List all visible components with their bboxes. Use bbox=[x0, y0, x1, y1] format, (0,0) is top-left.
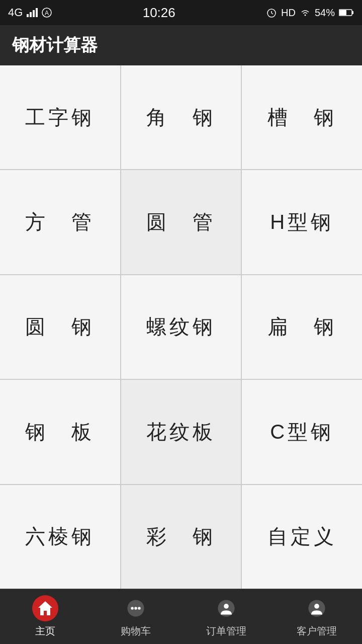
cart-svg bbox=[127, 599, 145, 617]
svg-rect-0 bbox=[27, 14, 29, 17]
hd-badge: HD bbox=[281, 7, 296, 19]
svg-point-17 bbox=[224, 604, 229, 609]
battery-text: 54% bbox=[315, 7, 335, 19]
grid-item-gongzi-gang[interactable]: 工字钢 bbox=[0, 65, 120, 169]
nav-customers[interactable]: 客户管理 bbox=[272, 595, 362, 638]
nav-customers-label: 客户管理 bbox=[297, 624, 337, 638]
customers-icon bbox=[304, 595, 330, 621]
material-grid: 工字钢角 钢槽 钢方 管圆 管H型钢圆 钢螺纹钢扁 钢钢 板花纹板C型钢六棱钢彩… bbox=[0, 65, 362, 589]
android-icon: A bbox=[42, 8, 52, 18]
nav-orders[interactable]: 订单管理 bbox=[181, 595, 272, 638]
app-title: 钢材计算器 bbox=[12, 34, 98, 57]
orders-icon bbox=[213, 595, 239, 621]
nav-cart-label: 购物车 bbox=[121, 624, 151, 638]
status-bar: 4G A 10:26 HD 54% bbox=[0, 0, 362, 25]
grid-item-ziding-yi[interactable]: 自定义 bbox=[242, 485, 362, 589]
grid-item-cao-gang[interactable]: 槽 钢 bbox=[242, 65, 362, 169]
bottom-nav: 主页 购物车 订单管理 bbox=[0, 589, 362, 644]
customers-svg bbox=[308, 599, 326, 617]
grid-item-cai-gang[interactable]: 彩 钢 bbox=[121, 485, 241, 589]
svg-rect-2 bbox=[33, 10, 35, 17]
svg-rect-1 bbox=[30, 12, 32, 17]
grid-item-yuan-guan[interactable]: 圆 管 bbox=[121, 170, 241, 274]
home-icon bbox=[32, 595, 58, 621]
signal-icon bbox=[27, 7, 38, 18]
nav-cart[interactable]: 购物车 bbox=[90, 595, 181, 638]
svg-point-14 bbox=[134, 607, 137, 610]
status-left: 4G A bbox=[8, 6, 52, 19]
svg-line-8 bbox=[272, 13, 273, 14]
grid-item-gang-ban[interactable]: 钢 板 bbox=[0, 380, 120, 484]
grid-item-fang-guan[interactable]: 方 管 bbox=[0, 170, 120, 274]
svg-rect-10 bbox=[352, 11, 353, 14]
grid-item-luowen-gang[interactable]: 螺纹钢 bbox=[121, 275, 241, 379]
grid-item-c-xing-gang[interactable]: C型钢 bbox=[242, 380, 362, 484]
grid-item-yuan-gang[interactable]: 圆 钢 bbox=[0, 275, 120, 379]
status-time: 10:26 bbox=[143, 5, 175, 21]
svg-point-19 bbox=[314, 604, 319, 609]
nav-home-label: 主页 bbox=[35, 624, 55, 638]
orders-svg bbox=[217, 599, 235, 617]
nav-orders-label: 订单管理 bbox=[206, 624, 246, 638]
grid-item-jiao-gang[interactable]: 角 钢 bbox=[121, 65, 241, 169]
svg-point-13 bbox=[131, 607, 134, 610]
battery-icon bbox=[339, 9, 354, 17]
alarm-icon bbox=[266, 7, 277, 18]
title-bar: 钢材计算器 bbox=[0, 25, 362, 65]
status-right: HD 54% bbox=[266, 7, 354, 19]
nav-home[interactable]: 主页 bbox=[0, 595, 90, 638]
home-svg bbox=[36, 599, 54, 617]
svg-text:A: A bbox=[45, 10, 49, 17]
wifi-icon bbox=[300, 9, 311, 17]
grid-item-huawen-ban[interactable]: 花纹板 bbox=[121, 380, 241, 484]
svg-point-15 bbox=[138, 607, 141, 610]
svg-rect-11 bbox=[339, 10, 346, 15]
signal-text: 4G bbox=[8, 6, 23, 19]
grid-item-bian-gang[interactable]: 扁 钢 bbox=[242, 275, 362, 379]
svg-rect-3 bbox=[36, 8, 38, 17]
grid-item-liuleng-gang[interactable]: 六棱钢 bbox=[0, 485, 120, 589]
cart-icon bbox=[123, 595, 149, 621]
grid-item-h-xing-gang[interactable]: H型钢 bbox=[242, 170, 362, 274]
